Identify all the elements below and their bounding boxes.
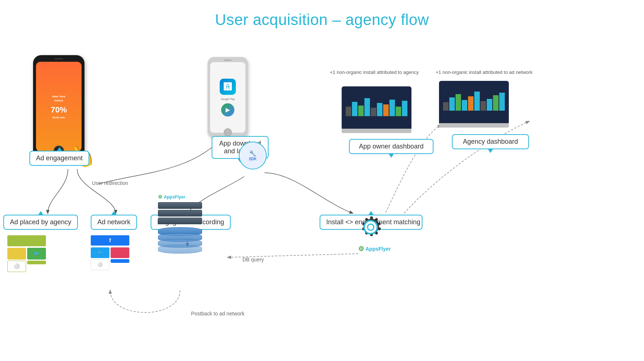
sdk-badge: 🔧 SDK: [239, 142, 267, 169]
server-stack: [158, 202, 206, 254]
agency-laptop: [439, 81, 509, 128]
ad-network-callout: Ad network: [91, 215, 137, 230]
db-query-label: DB query: [242, 257, 264, 262]
page-title: User acquisition – agency flow: [0, 0, 644, 29]
flow-arrows: [0, 33, 644, 357]
phone-ad-percent: 70%: [51, 105, 67, 115]
app-owner-dashboard-callout: App owner dashboard: [349, 139, 433, 154]
postback-label: Postback to ad network: [191, 311, 245, 317]
appstore-icon: 🅰: [220, 79, 236, 95]
appstore-phone: 🅰 Google Play ▶: [206, 57, 250, 145]
agency-dashboard-callout: Agency dashboard: [452, 134, 529, 149]
ad-placed-callout: Ad placed by agency: [3, 215, 78, 230]
app-owner-laptop: [342, 86, 411, 133]
appsflyer-server-label: ⚙ AppsFlyer: [158, 194, 185, 200]
ad-network-visual: f 🐦 ⚪: [91, 235, 131, 272]
non-organic-adnetwork-label: +1 non-organic install attributed to ad …: [436, 69, 532, 76]
diagram-area: New York Hotels 70% Book now 👆 Ad engage…: [0, 33, 644, 357]
ad-placed-visual: 🐦 ⚪: [7, 235, 48, 276]
user-redirection-label: User redirection: [92, 180, 128, 186]
non-organic-agency-label: +1 non-organic install attributed to age…: [330, 69, 419, 76]
ad-engagement-callout: Ad engagement: [29, 151, 89, 166]
appsflyer-bottom-logo: ⚙ ⚙ AppsFlyer: [358, 213, 391, 253]
googleplay-icon: ▶: [221, 103, 234, 117]
